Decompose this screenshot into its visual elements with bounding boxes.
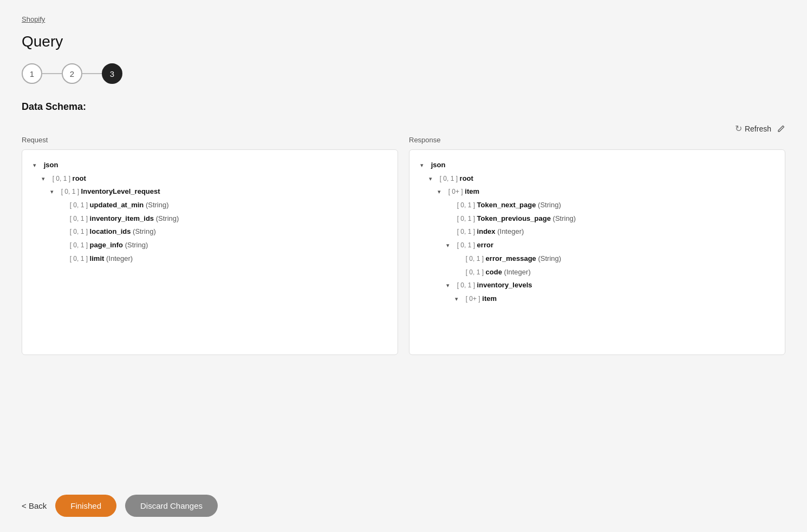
request-panel-col: Request ▾ json ▾ [ 0, 1 ] root ▾ [ 0, 1 …: [22, 136, 398, 480]
tree-node: [ 0, 1 ] error_message (String): [455, 252, 774, 266]
response-panel: ▾ json ▾ [ 0, 1 ] root ▾ [ 0+ ] item [ 0…: [409, 149, 785, 355]
tree-node: [ 0, 1 ] page_info (String): [59, 239, 387, 252]
schema-section-title: Data Schema:: [22, 101, 785, 113]
tree-node: ▾ [ 0, 1 ] InventoryLevel_request: [50, 185, 387, 199]
chevron-error[interactable]: ▾: [446, 240, 455, 251]
tree-node: ▾ [ 0+ ] item: [455, 292, 774, 306]
tree-node: ▾ [ 0, 1 ] inventory_levels: [446, 279, 774, 292]
tree-node: [ 0, 1 ] Token_previous_page (String): [446, 212, 774, 226]
tree-node: ▾ [ 0, 1 ] root: [429, 172, 774, 186]
finished-button[interactable]: Finished: [55, 495, 116, 517]
step-3[interactable]: 3: [102, 63, 122, 84]
step-2[interactable]: 2: [62, 63, 82, 84]
chevron-item-resp[interactable]: ▾: [438, 186, 446, 198]
step-1[interactable]: 1: [22, 63, 42, 84]
chevron-inventory-request[interactable]: ▾: [50, 186, 59, 198]
tree-node: [ 0, 1 ] index (Integer): [446, 225, 774, 239]
edit-button[interactable]: [777, 124, 785, 133]
schema-toolbar: ↻ Refresh: [22, 123, 785, 134]
request-panel: ▾ json ▾ [ 0, 1 ] root ▾ [ 0, 1 ] Invent…: [22, 149, 398, 355]
chevron-json-resp[interactable]: ▾: [420, 160, 429, 171]
edit-icon: [777, 124, 785, 133]
tree-node: [ 0, 1 ] limit (Integer): [59, 252, 387, 266]
back-label: < Back: [22, 501, 47, 510]
tree-node: ▾ [ 0, 1 ] error: [446, 239, 774, 252]
response-label: Response: [409, 136, 785, 144]
chevron-inventory-levels[interactable]: ▾: [446, 280, 455, 291]
tree-node: [ 0, 1 ] code (Integer): [455, 266, 774, 279]
tree-node: ▾ [ 0, 1 ] root: [42, 172, 387, 186]
tree-node: ▾ json: [420, 159, 774, 172]
request-label: Request: [22, 136, 398, 144]
tree-node: ▾ json: [33, 159, 387, 172]
tree-node: [ 0, 1 ] inventory_item_ids (String): [59, 212, 387, 226]
breadcrumb-shopify-link[interactable]: Shopify: [22, 15, 45, 23]
chevron-root-resp[interactable]: ▾: [429, 173, 438, 185]
tree-node: [ 0, 1 ] updated_at_min (String): [59, 199, 387, 212]
chevron-json[interactable]: ▾: [33, 160, 42, 171]
breadcrumb: Shopify: [22, 15, 785, 23]
response-panel-col: Response ▾ json ▾ [ 0, 1 ] root ▾ [ 0+ ]…: [409, 136, 785, 480]
page-title: Query: [22, 33, 785, 50]
step-line-1: [42, 73, 62, 74]
refresh-icon: ↻: [735, 123, 742, 134]
discard-changes-button[interactable]: Discard Changes: [125, 495, 218, 517]
refresh-label: Refresh: [745, 124, 771, 133]
refresh-button[interactable]: ↻ Refresh: [735, 123, 771, 134]
back-button[interactable]: < Back: [22, 501, 47, 510]
tree-node: ▾ [ 0+ ] item: [438, 185, 774, 199]
schema-panels: Request ▾ json ▾ [ 0, 1 ] root ▾ [ 0, 1 …: [22, 136, 785, 480]
tree-node: [ 0, 1 ] location_ids (String): [59, 225, 387, 239]
chevron-root[interactable]: ▾: [42, 173, 50, 185]
step-line-2: [82, 73, 102, 74]
footer: < Back Finished Discard Changes: [22, 480, 785, 532]
tree-node: [ 0, 1 ] Token_next_page (String): [446, 199, 774, 212]
chevron-item-inv[interactable]: ▾: [455, 293, 464, 305]
node-json: json: [44, 161, 58, 169]
stepper: 1 2 3: [22, 63, 785, 84]
